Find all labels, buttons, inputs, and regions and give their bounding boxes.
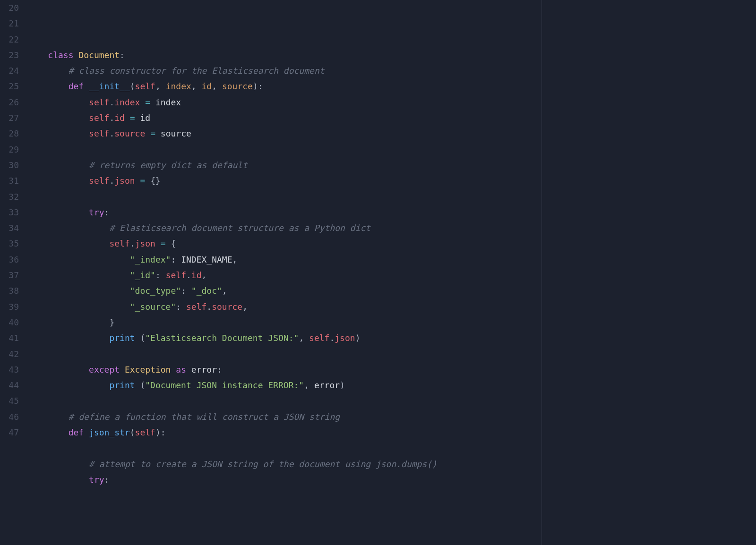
line-number: 28 [0,126,19,141]
token-p: , [202,270,207,280]
token-p: . [186,270,191,280]
token-id: id [140,113,150,123]
token-str: "_source" [130,302,176,312]
code-line[interactable]: } [27,315,756,330]
code-line[interactable]: except Exception as error: [27,362,756,377]
token-p: . [329,333,335,343]
line-number: 39 [0,299,19,315]
code-line[interactable]: self.json = {} [27,173,756,188]
code-line[interactable]: self.json = { [27,236,756,251]
code-line[interactable]: class Document: [27,47,756,63]
code-line[interactable] [27,440,756,456]
token-p: { [171,238,176,248]
line-number: 24 [0,63,19,78]
code-line[interactable]: print ("Elasticsearch Document JSON:", s… [27,330,756,346]
token-attr: id [114,113,125,123]
code-line[interactable]: try: [27,472,756,487]
code-line[interactable]: self.source = source [27,126,756,141]
line-number: 25 [0,78,19,94]
line-number: 26 [0,94,19,110]
code-line[interactable]: # Elasticsearch document structure as a … [27,220,756,236]
code-editor[interactable]: 2021222324252627282930313233343536373839… [0,0,756,545]
line-number: 42 [0,346,19,362]
token-cm: # returns empty dict as default [89,160,248,170]
code-line[interactable]: "doc_type": "_doc", [27,283,756,298]
line-number: 32 [0,189,19,204]
token-self: self [89,113,109,123]
token-p: . [109,113,114,123]
code-line[interactable]: print ("Document JSON instance ERROR:", … [27,377,756,393]
line-number: 43 [0,362,19,377]
token-attr: json [114,176,135,186]
token-p: : [217,365,222,375]
token-self: self [89,176,109,186]
token-op: = [140,176,145,186]
code-area[interactable]: class Document: # class constructor for … [27,0,756,545]
token-op: = [161,238,166,248]
token-p: , [232,255,238,264]
token-p: ( [130,81,135,91]
code-line[interactable]: "_source": self.source, [27,299,756,315]
line-number: 23 [0,47,19,63]
token-p: : [176,302,181,312]
token-op: = [150,128,155,138]
token-attr: source [114,128,145,138]
code-line[interactable]: self.id = id [27,110,756,126]
line-number: 38 [0,283,19,298]
column-ruler [541,0,542,545]
token-p: , [242,302,248,312]
line-number: 40 [0,315,19,330]
code-line[interactable]: try: [27,204,756,220]
code-line[interactable] [27,142,756,157]
token-kw: def [69,427,84,437]
token-cls: Document [78,50,120,60]
token-p: {} [150,176,161,186]
token-p: ): [155,427,166,437]
code-line[interactable] [27,393,756,409]
code-line[interactable]: "_id": self.id, [27,267,756,283]
token-id: error [314,380,340,390]
token-attr: json [335,333,355,343]
token-fn: print [109,333,135,343]
token-kw: try [89,475,104,485]
line-number: 41 [0,330,19,346]
line-number: 46 [0,409,19,425]
token-p: . [130,238,135,248]
code-line[interactable]: "_index": INDEX_NAME, [27,252,756,267]
token-p: : [181,286,186,296]
code-line[interactable]: # class constructor for the Elasticsearc… [27,63,756,78]
token-self: self [109,238,129,248]
line-number: 37 [0,267,19,283]
token-p: ) [355,333,361,343]
code-line[interactable]: # define a function that will construct … [27,409,756,425]
token-kw: class [48,50,73,60]
token-op: = [130,113,135,123]
token-p: , [191,81,197,91]
token-p: . [109,128,114,138]
token-p: , [155,81,161,91]
token-kw: as [176,365,186,375]
token-attr: index [114,97,140,107]
code-line[interactable]: def __init__(self, index, id, source): [27,78,756,94]
token-p: , [222,286,227,296]
token-cm: # Elasticsearch document structure as a … [109,223,370,233]
code-line[interactable] [27,346,756,362]
token-p: , [299,333,304,343]
token-kw: except [89,365,120,375]
token-p: , [304,380,309,390]
token-fn: print [109,380,135,390]
line-number: 45 [0,393,19,409]
token-attr: id [191,270,202,280]
code-line[interactable]: # attempt to create a JSON string of the… [27,456,756,472]
line-number: 30 [0,157,19,173]
token-self: self [135,427,155,437]
token-self: self [89,97,109,107]
code-line[interactable]: def json_str(self): [27,425,756,440]
code-line[interactable]: self.index = index [27,94,756,110]
token-p: . [109,176,114,186]
token-p: ( [140,380,145,390]
code-line[interactable]: # returns empty dict as default [27,157,756,173]
code-line[interactable] [27,189,756,204]
token-id: index [155,97,181,107]
line-number: 36 [0,252,19,267]
